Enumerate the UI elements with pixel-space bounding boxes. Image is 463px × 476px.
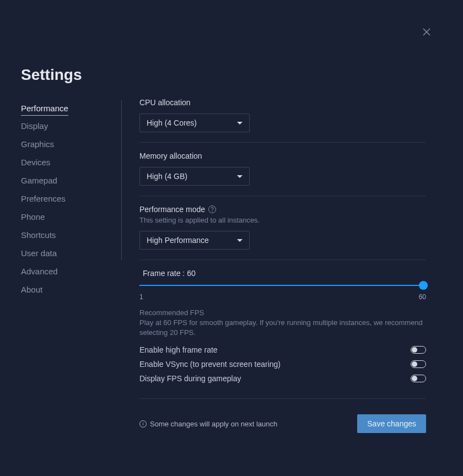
- cpu-dropdown[interactable]: High (4 Cores): [139, 113, 250, 132]
- help-icon[interactable]: ?: [208, 205, 216, 213]
- toggle-high-frame-rate-row: Enable high frame rate: [139, 345, 426, 354]
- sidebar-item-user-data[interactable]: User data: [21, 245, 120, 261]
- chevron-down-icon: [237, 122, 243, 125]
- memory-label: Memory allocation: [139, 152, 426, 160]
- footer-note: i Some changes will apply on next launch: [139, 420, 277, 428]
- chevron-down-icon: [237, 239, 243, 242]
- close-icon: [422, 28, 431, 36]
- sidebar-item-advanced[interactable]: Advanced: [21, 263, 120, 279]
- toggle-high-frame-rate-label: Enable high frame rate: [139, 345, 218, 354]
- perfmode-dropdown[interactable]: High Performance: [139, 231, 250, 250]
- slider-bounds: 1 60: [139, 293, 426, 301]
- toggle-display-fps[interactable]: [411, 375, 426, 382]
- framerate-slider[interactable]: [139, 280, 426, 291]
- recommended-fps-body: Play at 60 FPS for smooth gameplay. If y…: [139, 318, 426, 338]
- toggle-knob: [412, 376, 417, 381]
- sidebar-item-phone[interactable]: Phone: [21, 209, 120, 225]
- toggle-knob: [412, 361, 417, 367]
- toggle-display-fps-label: Display FPS during gameplay: [139, 374, 241, 383]
- chevron-down-icon: [237, 175, 243, 178]
- perfmode-label: Performance mode ?: [139, 205, 426, 214]
- sidebar-item-about[interactable]: About: [21, 282, 120, 298]
- info-icon: i: [139, 420, 147, 428]
- page-title: Settings: [21, 66, 82, 84]
- memory-section: Memory allocation High (4 GB): [139, 152, 426, 196]
- perfmode-sublabel: This setting is applied to all instances…: [139, 216, 426, 224]
- sidebar-item-performance[interactable]: Performance: [21, 100, 68, 116]
- sidebar-item-display[interactable]: Display: [21, 118, 120, 134]
- toggle-vsync-label: Enable VSync (to prevent screen tearing): [139, 360, 281, 369]
- cpu-label: CPU allocation: [139, 98, 426, 107]
- slider-min: 1: [139, 293, 143, 301]
- perfmode-dropdown-value: High Performance: [147, 236, 209, 245]
- recommended-fps-title: Recommended FPS: [139, 309, 426, 317]
- sidebar-item-preferences[interactable]: Preferences: [21, 191, 120, 207]
- slider-thumb[interactable]: [419, 281, 428, 290]
- sidebar-item-shortcuts[interactable]: Shortcuts: [21, 227, 120, 243]
- toggle-display-fps-row: Display FPS during gameplay: [139, 374, 426, 383]
- slider-max: 60: [419, 293, 426, 301]
- memory-dropdown-value: High (4 GB): [147, 172, 187, 181]
- toggle-vsync-row: Enable VSync (to prevent screen tearing): [139, 360, 426, 369]
- content-panel: CPU allocation High (4 Cores) Memory all…: [139, 98, 426, 433]
- close-button[interactable]: [422, 28, 435, 41]
- sidebar-item-gamepad[interactable]: Gamepad: [21, 172, 120, 188]
- memory-dropdown[interactable]: High (4 GB): [139, 167, 250, 186]
- cpu-section: CPU allocation High (4 Cores): [139, 98, 426, 143]
- framerate-label: Frame rate : 60: [143, 269, 426, 278]
- toggle-high-frame-rate[interactable]: [411, 346, 426, 354]
- slider-track-line: [139, 285, 426, 286]
- cpu-dropdown-value: High (4 Cores): [147, 118, 197, 127]
- sidebar: Performance Display Graphics Devices Gam…: [21, 100, 120, 300]
- footer: i Some changes will apply on next launch…: [139, 414, 426, 433]
- sidebar-item-devices[interactable]: Devices: [21, 154, 120, 170]
- toggle-vsync[interactable]: [411, 360, 426, 368]
- framerate-section: Frame rate : 60 1 60 Recommended FPS Pla…: [139, 269, 426, 399]
- save-changes-button[interactable]: Save changes: [357, 414, 426, 433]
- sidebar-item-graphics[interactable]: Graphics: [21, 136, 120, 152]
- toggle-knob: [412, 347, 417, 353]
- perfmode-section: Performance mode ? This setting is appli…: [139, 205, 426, 260]
- sidebar-divider: [121, 100, 122, 260]
